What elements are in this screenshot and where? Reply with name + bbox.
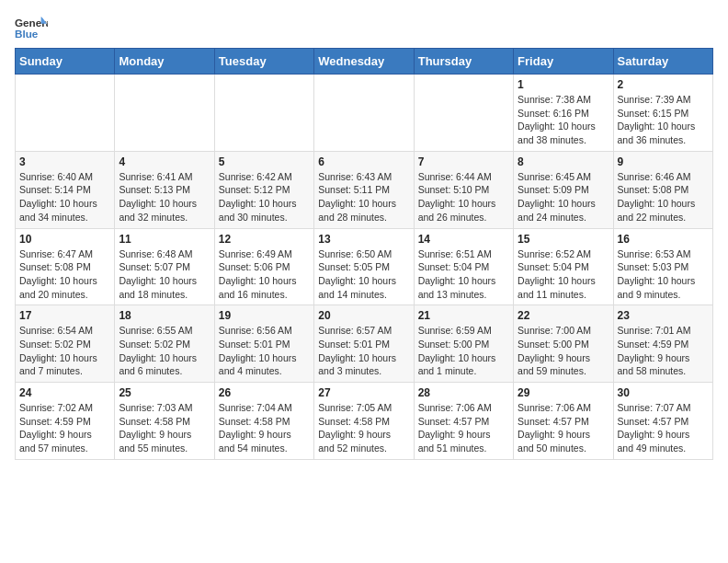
calendar-cell: 20Sunrise: 6:57 AMSunset: 5:01 PMDayligh… xyxy=(314,305,414,383)
day-number: 18 xyxy=(119,309,210,322)
logo: General Blue xyxy=(15,15,51,40)
day-info: Sunrise: 6:44 AMSunset: 5:10 PMDaylight:… xyxy=(418,170,509,224)
day-info: Sunrise: 7:00 AMSunset: 5:00 PMDaylight:… xyxy=(518,324,609,378)
day-info: Sunrise: 6:46 AMSunset: 5:08 PMDaylight:… xyxy=(618,170,709,224)
header-day-sunday: Sunday xyxy=(16,49,115,75)
day-info: Sunrise: 7:02 AMSunset: 4:59 PMDaylight:… xyxy=(19,401,110,455)
calendar-cell: 4Sunrise: 6:41 AMSunset: 5:13 PMDaylight… xyxy=(115,151,214,228)
day-number: 7 xyxy=(418,155,509,168)
header-day-friday: Friday xyxy=(514,49,613,75)
day-number: 28 xyxy=(418,386,509,399)
calendar-cell: 19Sunrise: 6:56 AMSunset: 5:01 PMDayligh… xyxy=(214,305,313,383)
day-number: 4 xyxy=(119,155,210,168)
day-number: 22 xyxy=(518,309,609,322)
calendar-week-row: 3Sunrise: 6:40 AMSunset: 5:14 PMDaylight… xyxy=(16,151,713,228)
day-info: Sunrise: 7:04 AMSunset: 4:58 PMDaylight:… xyxy=(219,401,310,455)
day-info: Sunrise: 6:50 AMSunset: 5:05 PMDaylight:… xyxy=(318,247,409,302)
day-number: 8 xyxy=(518,155,609,168)
calendar-cell: 15Sunrise: 6:52 AMSunset: 5:04 PMDayligh… xyxy=(514,228,613,305)
calendar-body: 1Sunrise: 7:38 AMSunset: 6:16 PMDaylight… xyxy=(16,75,713,460)
day-number: 10 xyxy=(19,233,110,246)
day-info: Sunrise: 6:59 AMSunset: 5:00 PMDaylight:… xyxy=(418,324,509,378)
calendar-week-row: 10Sunrise: 6:47 AMSunset: 5:08 PMDayligh… xyxy=(16,228,713,305)
day-info: Sunrise: 7:03 AMSunset: 4:58 PMDaylight:… xyxy=(119,401,210,455)
day-info: Sunrise: 7:38 AMSunset: 6:16 PMDaylight:… xyxy=(518,93,609,147)
calendar-week-row: 24Sunrise: 7:02 AMSunset: 4:59 PMDayligh… xyxy=(16,383,713,460)
day-info: Sunrise: 6:55 AMSunset: 5:02 PMDaylight:… xyxy=(119,324,210,378)
calendar-cell: 27Sunrise: 7:05 AMSunset: 4:58 PMDayligh… xyxy=(314,383,414,460)
day-number: 24 xyxy=(19,386,110,399)
calendar-cell xyxy=(115,75,214,152)
day-info: Sunrise: 7:06 AMSunset: 4:57 PMDaylight:… xyxy=(518,401,609,455)
calendar-cell xyxy=(214,75,313,152)
day-info: Sunrise: 6:40 AMSunset: 5:14 PMDaylight:… xyxy=(19,170,110,224)
calendar-cell: 25Sunrise: 7:03 AMSunset: 4:58 PMDayligh… xyxy=(115,383,214,460)
header-day-thursday: Thursday xyxy=(414,49,513,75)
day-number: 11 xyxy=(119,233,210,246)
calendar-cell xyxy=(414,75,513,152)
calendar-cell: 24Sunrise: 7:02 AMSunset: 4:59 PMDayligh… xyxy=(16,383,115,460)
day-number: 26 xyxy=(219,386,310,399)
day-info: Sunrise: 6:45 AMSunset: 5:09 PMDaylight:… xyxy=(518,170,609,224)
calendar-cell: 5Sunrise: 6:42 AMSunset: 5:12 PMDaylight… xyxy=(214,151,313,228)
calendar-cell: 28Sunrise: 7:06 AMSunset: 4:57 PMDayligh… xyxy=(414,383,513,460)
day-number: 12 xyxy=(219,233,310,246)
day-info: Sunrise: 7:06 AMSunset: 4:57 PMDaylight:… xyxy=(418,401,509,455)
header-day-wednesday: Wednesday xyxy=(314,49,414,75)
calendar-cell: 17Sunrise: 6:54 AMSunset: 5:02 PMDayligh… xyxy=(16,305,115,383)
day-number: 9 xyxy=(618,155,709,168)
day-info: Sunrise: 6:49 AMSunset: 5:06 PMDaylight:… xyxy=(219,247,310,302)
calendar-cell: 3Sunrise: 6:40 AMSunset: 5:14 PMDaylight… xyxy=(16,151,115,228)
calendar-cell: 30Sunrise: 7:07 AMSunset: 4:57 PMDayligh… xyxy=(613,383,712,460)
calendar-cell: 22Sunrise: 7:00 AMSunset: 5:00 PMDayligh… xyxy=(514,305,613,383)
day-info: Sunrise: 7:07 AMSunset: 4:57 PMDaylight:… xyxy=(618,401,709,455)
calendar-table: SundayMondayTuesdayWednesdayThursdayFrid… xyxy=(15,48,713,460)
calendar-cell: 10Sunrise: 6:47 AMSunset: 5:08 PMDayligh… xyxy=(16,228,115,305)
day-info: Sunrise: 7:01 AMSunset: 4:59 PMDaylight:… xyxy=(618,324,709,378)
calendar-cell: 16Sunrise: 6:53 AMSunset: 5:03 PMDayligh… xyxy=(613,228,712,305)
day-number: 19 xyxy=(219,309,310,322)
calendar-cell xyxy=(16,75,115,152)
day-info: Sunrise: 6:53 AMSunset: 5:03 PMDaylight:… xyxy=(618,247,709,302)
calendar-cell: 12Sunrise: 6:49 AMSunset: 5:06 PMDayligh… xyxy=(214,228,313,305)
day-info: Sunrise: 7:39 AMSunset: 6:15 PMDaylight:… xyxy=(618,93,709,147)
calendar-header-row: SundayMondayTuesdayWednesdayThursdayFrid… xyxy=(16,49,713,75)
day-number: 29 xyxy=(518,386,609,399)
day-number: 3 xyxy=(19,155,110,168)
calendar-cell: 21Sunrise: 6:59 AMSunset: 5:00 PMDayligh… xyxy=(414,305,513,383)
day-info: Sunrise: 6:43 AMSunset: 5:11 PMDaylight:… xyxy=(318,170,409,224)
day-number: 1 xyxy=(518,78,609,91)
day-number: 15 xyxy=(518,233,609,246)
calendar-cell: 6Sunrise: 6:43 AMSunset: 5:11 PMDaylight… xyxy=(314,151,414,228)
day-number: 17 xyxy=(19,309,110,322)
calendar-cell: 29Sunrise: 7:06 AMSunset: 4:57 PMDayligh… xyxy=(514,383,613,460)
day-info: Sunrise: 6:51 AMSunset: 5:04 PMDaylight:… xyxy=(418,247,509,302)
day-number: 20 xyxy=(318,309,409,322)
calendar-cell: 18Sunrise: 6:55 AMSunset: 5:02 PMDayligh… xyxy=(115,305,214,383)
calendar-week-row: 1Sunrise: 7:38 AMSunset: 6:16 PMDaylight… xyxy=(16,75,713,152)
logo-icon: General Blue xyxy=(15,15,48,40)
day-number: 25 xyxy=(119,386,210,399)
calendar-cell: 11Sunrise: 6:48 AMSunset: 5:07 PMDayligh… xyxy=(115,228,214,305)
day-number: 30 xyxy=(618,386,709,399)
day-number: 5 xyxy=(219,155,310,168)
day-number: 27 xyxy=(318,386,409,399)
calendar-cell: 26Sunrise: 7:04 AMSunset: 4:58 PMDayligh… xyxy=(214,383,313,460)
day-info: Sunrise: 6:47 AMSunset: 5:08 PMDaylight:… xyxy=(19,247,110,302)
day-number: 2 xyxy=(618,78,709,91)
header-day-monday: Monday xyxy=(115,49,214,75)
calendar-cell: 13Sunrise: 6:50 AMSunset: 5:05 PMDayligh… xyxy=(314,228,414,305)
calendar-cell: 14Sunrise: 6:51 AMSunset: 5:04 PMDayligh… xyxy=(414,228,513,305)
calendar-cell: 9Sunrise: 6:46 AMSunset: 5:08 PMDaylight… xyxy=(613,151,712,228)
header-day-tuesday: Tuesday xyxy=(214,49,313,75)
calendar-cell: 7Sunrise: 6:44 AMSunset: 5:10 PMDaylight… xyxy=(414,151,513,228)
day-number: 6 xyxy=(318,155,409,168)
calendar-cell: 2Sunrise: 7:39 AMSunset: 6:15 PMDaylight… xyxy=(613,75,712,152)
day-info: Sunrise: 6:57 AMSunset: 5:01 PMDaylight:… xyxy=(318,324,409,378)
day-info: Sunrise: 6:56 AMSunset: 5:01 PMDaylight:… xyxy=(219,324,310,378)
header-day-saturday: Saturday xyxy=(613,49,712,75)
day-info: Sunrise: 7:05 AMSunset: 4:58 PMDaylight:… xyxy=(318,401,409,455)
day-info: Sunrise: 6:48 AMSunset: 5:07 PMDaylight:… xyxy=(119,247,210,302)
day-number: 14 xyxy=(418,233,509,246)
header: General Blue xyxy=(15,15,713,40)
